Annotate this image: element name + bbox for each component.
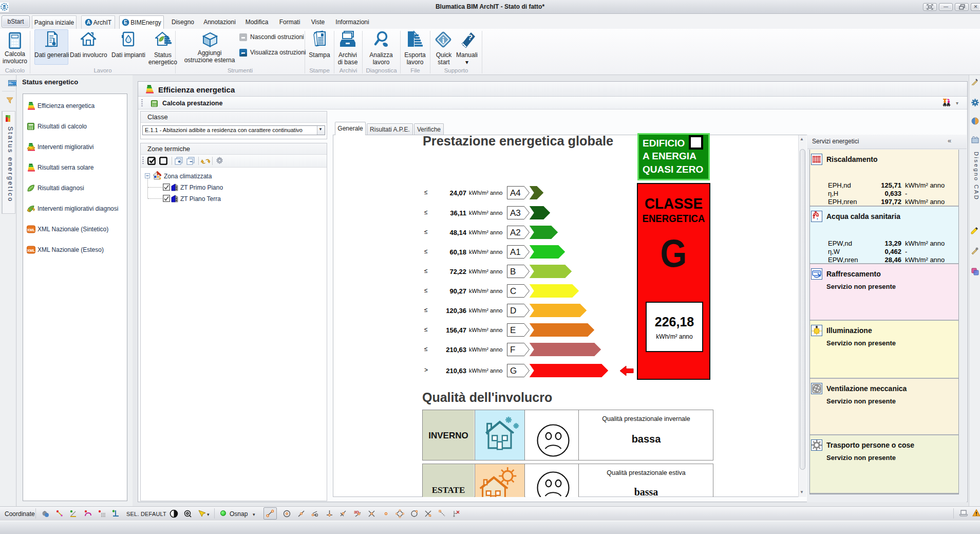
svg-text:A2: A2 bbox=[510, 228, 521, 237]
svg-text:F: F bbox=[510, 345, 515, 355]
svg-text:i: i bbox=[442, 36, 445, 45]
svg-text:E: E bbox=[510, 325, 516, 335]
svg-text:C: C bbox=[510, 286, 516, 296]
svg-text:A1: A1 bbox=[510, 247, 521, 257]
svg-text:A: A bbox=[87, 20, 91, 25]
svg-text:?: ? bbox=[467, 32, 473, 42]
svg-text:D: D bbox=[510, 306, 516, 316]
svg-text:E: E bbox=[124, 20, 127, 25]
svg-text:XML: XML bbox=[27, 228, 35, 232]
svg-text:B: B bbox=[510, 267, 516, 277]
svg-text:G: G bbox=[510, 366, 517, 376]
svg-text:A3: A3 bbox=[510, 208, 521, 218]
svg-text:A4: A4 bbox=[510, 188, 521, 198]
svg-text:XML: XML bbox=[27, 248, 35, 253]
